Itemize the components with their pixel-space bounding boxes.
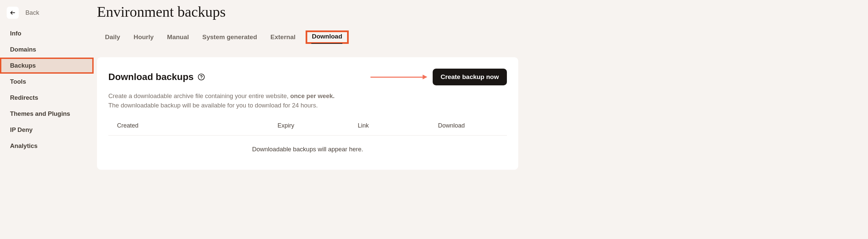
sidebar: Back Info Domains Backups Tools Redirect… [0,0,94,239]
sidebar-item-label: Analytics [10,142,37,149]
sidebar-item-domains[interactable]: Domains [0,42,94,58]
table-header: Created Expiry Link Download [108,122,507,136]
sidebar-item-label: Redirects [10,94,38,101]
sidebar-item-label: Backups [10,62,36,69]
desc-line2: The downloadable backup will be availabl… [108,102,318,109]
sidebar-item-themes-plugins[interactable]: Themes and Plugins [0,106,94,122]
sidebar-item-label: Info [10,30,22,37]
empty-state: Downloadable backups will appear here. [108,136,507,153]
create-backup-button[interactable]: Create backup now [433,69,507,85]
col-download: Download [438,122,498,129]
help-icon[interactable] [197,73,205,81]
back-button[interactable] [7,7,19,19]
card-title-row: Download backups [108,72,205,82]
tab-manual[interactable]: Manual [164,31,192,44]
download-backups-card: Download backups Create backup now Creat… [97,57,518,170]
tab-daily[interactable]: Daily [102,31,123,44]
arrow-right-icon [423,75,427,79]
sidebar-item-label: IP Deny [10,126,33,133]
sidebar-item-ip-deny[interactable]: IP Deny [0,122,94,138]
backups-table: Created Expiry Link Download Downloadabl… [108,122,507,153]
tab-system-generated[interactable]: System generated [199,31,260,44]
tab-external[interactable]: External [267,31,299,44]
sidebar-item-label: Themes and Plugins [10,110,70,117]
sidebar-item-label: Tools [10,78,26,85]
sidebar-item-backups[interactable]: Backups [0,58,94,74]
tab-download[interactable]: Download [311,30,344,43]
action-area: Create backup now [370,69,507,85]
sidebar-item-info[interactable]: Info [0,25,94,42]
card-description: Create a downloadable archive file conta… [108,91,507,110]
card-title: Download backups [108,72,194,82]
tab-hourly[interactable]: Hourly [130,31,157,44]
main-content: Environment backups Daily Hourly Manual … [94,0,868,239]
back-label[interactable]: Back [25,9,39,17]
arrow-line [370,77,423,78]
arrow-left-icon [10,10,16,16]
sidebar-item-analytics[interactable]: Analytics [0,138,94,154]
tabs: Daily Hourly Manual System generated Ext… [97,30,858,44]
page-title: Environment backups [97,3,858,20]
col-expiry: Expiry [278,122,358,129]
sidebar-item-label: Domains [10,46,36,53]
arrow-annotation [370,75,427,79]
col-link: Link [358,122,438,129]
tab-download-highlight: Download [306,30,349,44]
sidebar-item-redirects[interactable]: Redirects [0,90,94,106]
desc-prefix: Create a downloadable archive file conta… [108,92,290,100]
col-created: Created [117,122,278,129]
desc-strong: once per week. [290,92,335,100]
card-header: Download backups Create backup now [108,69,507,85]
sidebar-item-tools[interactable]: Tools [0,74,94,90]
back-row: Back [0,7,94,25]
